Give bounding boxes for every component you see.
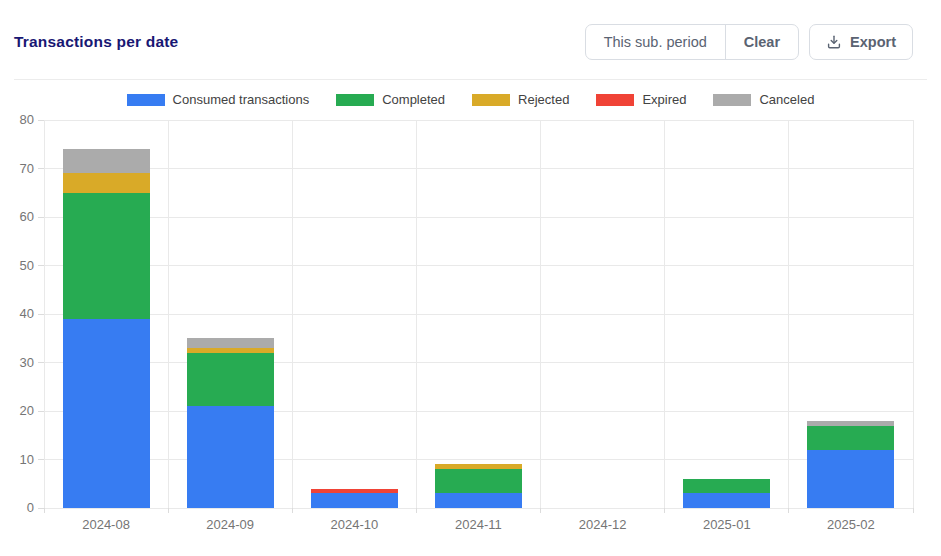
bar-segment[interactable] xyxy=(63,319,150,508)
bar-segment[interactable] xyxy=(63,149,150,173)
bar-segment[interactable] xyxy=(311,493,398,508)
legend-item: Canceled xyxy=(713,92,814,107)
x-axis-tick xyxy=(168,508,169,513)
x-axis-label: 2024-10 xyxy=(292,517,416,532)
legend-swatch xyxy=(596,94,634,106)
bar-segment[interactable] xyxy=(187,338,274,348)
x-axis-label: 2024-09 xyxy=(168,517,292,532)
legend-swatch xyxy=(336,94,374,106)
legend-swatch xyxy=(472,94,510,106)
gridline-vertical xyxy=(168,120,169,508)
y-axis-label: 10 xyxy=(0,453,34,467)
gridline-horizontal xyxy=(44,168,913,169)
legend-label: Completed xyxy=(382,92,445,107)
gridline-vertical xyxy=(292,120,293,508)
bar-segment[interactable] xyxy=(187,353,274,406)
bar-segment[interactable] xyxy=(807,426,894,450)
x-axis-tick xyxy=(913,508,914,513)
gridline-vertical xyxy=(913,120,914,508)
bar-segment[interactable] xyxy=(187,406,274,508)
x-axis-tick xyxy=(664,508,665,513)
bar-segment[interactable] xyxy=(187,348,274,353)
bar-segment[interactable] xyxy=(435,469,522,493)
y-axis-label: 80 xyxy=(0,113,34,127)
chart-legend: Consumed transactionsCompletedRejectedEx… xyxy=(0,92,941,107)
x-axis-label: 2024-12 xyxy=(541,517,665,532)
bar-segment[interactable] xyxy=(63,173,150,192)
bar-segment[interactable] xyxy=(311,489,398,494)
gridline-horizontal xyxy=(44,314,913,315)
y-axis-label: 60 xyxy=(0,210,34,224)
bar-segment[interactable] xyxy=(63,193,150,319)
y-axis-label: 70 xyxy=(0,162,34,176)
legend-label: Rejected xyxy=(518,92,569,107)
export-button[interactable]: Export xyxy=(809,24,913,60)
gridline-vertical xyxy=(540,120,541,508)
bar-segment[interactable] xyxy=(435,493,522,508)
bar-segment[interactable] xyxy=(807,421,894,426)
gridline-vertical xyxy=(416,120,417,508)
gridline-vertical xyxy=(664,120,665,508)
gridline-horizontal xyxy=(44,120,913,121)
transactions-per-date-chart: Consumed transactionsCompletedRejectedEx… xyxy=(0,80,941,550)
legend-item: Expired xyxy=(596,92,686,107)
header-actions: This sub. period Clear Export xyxy=(585,24,913,60)
gridline-vertical xyxy=(788,120,789,508)
gridline-horizontal xyxy=(44,459,913,460)
bar-segment[interactable] xyxy=(683,479,770,494)
y-axis-label: 40 xyxy=(0,307,34,321)
x-axis-tick xyxy=(44,508,45,513)
y-axis-label: 0 xyxy=(0,501,34,515)
clear-filter-button[interactable]: Clear xyxy=(726,25,798,59)
x-axis-tick xyxy=(292,508,293,513)
gridline-vertical xyxy=(44,120,45,508)
legend-item: Rejected xyxy=(472,92,569,107)
gridline-horizontal xyxy=(44,362,913,363)
y-axis-label: 20 xyxy=(0,404,34,418)
x-axis-label: 2024-08 xyxy=(44,517,168,532)
chart-header: Transactions per date This sub. period C… xyxy=(0,0,941,62)
gridline-horizontal xyxy=(44,265,913,266)
legend-swatch xyxy=(713,94,751,106)
bar-segment[interactable] xyxy=(683,493,770,508)
export-button-label: Export xyxy=(850,34,896,50)
bar-segment[interactable] xyxy=(435,464,522,469)
legend-swatch xyxy=(127,94,165,106)
period-filter-button[interactable]: This sub. period xyxy=(586,25,725,59)
gridline-horizontal xyxy=(44,217,913,218)
period-filter-group: This sub. period Clear xyxy=(585,24,799,60)
bar-segment[interactable] xyxy=(807,450,894,508)
x-axis-label: 2025-01 xyxy=(665,517,789,532)
y-axis-label: 30 xyxy=(0,356,34,370)
legend-item: Consumed transactions xyxy=(127,92,310,107)
page-title: Transactions per date xyxy=(14,33,178,51)
y-axis-label: 50 xyxy=(0,259,34,273)
legend-item: Completed xyxy=(336,92,445,107)
x-axis-tick xyxy=(540,508,541,513)
legend-label: Consumed transactions xyxy=(173,92,310,107)
legend-label: Expired xyxy=(642,92,686,107)
x-axis-label: 2024-11 xyxy=(416,517,540,532)
gridline-horizontal xyxy=(44,411,913,412)
x-axis-tick xyxy=(788,508,789,513)
download-icon xyxy=(826,34,842,50)
x-axis-label: 2025-02 xyxy=(789,517,913,532)
legend-label: Canceled xyxy=(759,92,814,107)
x-axis-tick xyxy=(416,508,417,513)
